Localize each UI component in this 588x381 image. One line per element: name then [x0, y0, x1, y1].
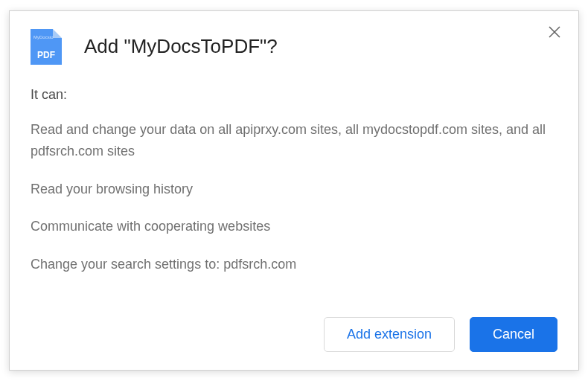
extension-icon: MyDocsto PDF [31, 29, 62, 65]
cancel-button[interactable]: Cancel [470, 317, 557, 352]
add-extension-button[interactable]: Add extension [324, 317, 455, 352]
permission-item: Change your search settings to: pdfsrch.… [31, 254, 557, 275]
dialog-content: It can: Read and change your data on all… [10, 65, 578, 275]
dialog-footer: Add extension Cancel [324, 317, 557, 352]
close-button[interactable] [547, 25, 562, 39]
permission-item: Communicate with cooperating websites [31, 216, 557, 237]
permissions-intro: It can: [31, 87, 557, 103]
close-icon [549, 26, 560, 38]
dialog-title: Add "MyDocsToPDF"? [84, 35, 278, 58]
dialog-header: MyDocsto PDF Add "MyDocsToPDF"? [10, 11, 578, 65]
permission-item: Read and change your data on all apiprxy… [31, 119, 557, 162]
permission-item: Read your browsing history [31, 179, 557, 200]
extension-install-dialog: MyDocsto PDF Add "MyDocsToPDF"? It can: … [9, 10, 579, 371]
